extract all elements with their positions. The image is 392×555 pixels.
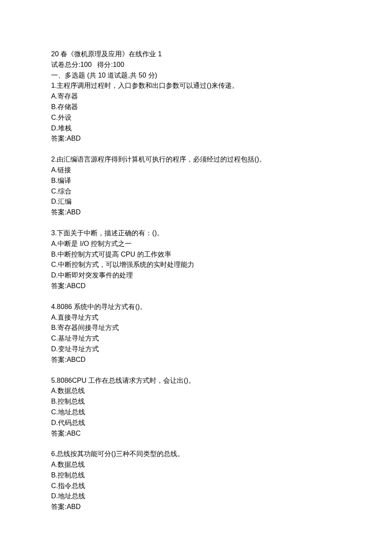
answer-line: 答案:ABD — [51, 207, 341, 218]
header-block: 20 春《微机原理及应用》在线作业 1 试卷总分:100 得分:100 一、多选… — [51, 49, 341, 144]
option-c: C.基址寻址方式 — [51, 333, 341, 344]
question-block: 5.8086CPU 工作在总线请求方式时，会让出()。 A.数据总线 B.控制总… — [51, 376, 341, 439]
option-d: D.代码总线 — [51, 418, 341, 428]
score-line: 试卷总分:100 得分:100 — [51, 60, 341, 70]
exam-title: 20 春《微机原理及应用》在线作业 1 — [51, 49, 341, 60]
option-d: D.堆栈 — [51, 123, 341, 134]
option-b: B.存储器 — [51, 102, 341, 113]
document-page: 20 春《微机原理及应用》在线作业 1 试卷总分:100 得分:100 一、多选… — [0, 0, 392, 555]
question-block: 3.下面关于中断，描述正确的有：()。 A.中断是 I/O 控制方式之一 B.中… — [51, 228, 341, 292]
option-a: A.链接 — [51, 165, 341, 176]
option-b: B.寄存器间接寻址方式 — [51, 323, 341, 333]
question-stem: 1.主程序调用过程时，入口参数和出口参数可以通过()来传递。 — [51, 81, 341, 91]
option-a: A.数据总线 — [51, 460, 341, 470]
option-a: A.数据总线 — [51, 386, 341, 396]
question-block: 4.8086 系统中的寻址方式有()。 A.直接寻址方式 B.寄存器间接寻址方式… — [51, 302, 341, 365]
option-b: B.编译 — [51, 176, 341, 186]
option-d: D.汇编 — [51, 197, 341, 207]
question-stem: 6.总线按其功能可分()三种不同类型的总线。 — [51, 449, 341, 460]
option-c: C.综合 — [51, 186, 341, 197]
option-c: C.外设 — [51, 113, 341, 123]
option-c: C.指令总线 — [51, 481, 341, 491]
option-a: A.中断是 I/O 控制方式之一 — [51, 239, 341, 249]
section-heading: 一、多选题 (共 10 道试题,共 50 分) — [51, 70, 341, 81]
question-block: 6.总线按其功能可分()三种不同类型的总线。 A.数据总线 B.控制总线 C.指… — [51, 449, 341, 512]
option-c: C.中断控制方式，可以增强系统的实时处理能力 — [51, 260, 341, 270]
question-stem: 4.8086 系统中的寻址方式有()。 — [51, 302, 341, 312]
option-a: A.寄存器 — [51, 91, 341, 102]
option-a: A.直接寻址方式 — [51, 312, 341, 323]
answer-line: 答案:ABCD — [51, 355, 341, 365]
option-d: D.中断即对突发事件的处理 — [51, 270, 341, 281]
question-stem: 3.下面关于中断，描述正确的有：()。 — [51, 228, 341, 239]
question-stem: 2.由汇编语言源程序得到计算机可执行的程序，必须经过的过程包括()。 — [51, 154, 341, 165]
answer-line: 答案:ABD — [51, 502, 341, 512]
answer-line: 答案:ABCD — [51, 281, 341, 292]
option-b: B.控制总线 — [51, 470, 341, 481]
option-c: C.地址总线 — [51, 407, 341, 418]
option-b: B.控制总线 — [51, 396, 341, 407]
option-d: D.变址寻址方式 — [51, 344, 341, 355]
question-block: 2.由汇编语言源程序得到计算机可执行的程序，必须经过的过程包括()。 A.链接 … — [51, 154, 341, 218]
question-stem: 5.8086CPU 工作在总线请求方式时，会让出()。 — [51, 376, 341, 386]
answer-line: 答案:ABC — [51, 428, 341, 439]
option-b: B.中断控制方式可提高 CPU 的工作效率 — [51, 249, 341, 260]
option-d: D.地址总线 — [51, 491, 341, 502]
answer-line: 答案:ABD — [51, 133, 341, 144]
